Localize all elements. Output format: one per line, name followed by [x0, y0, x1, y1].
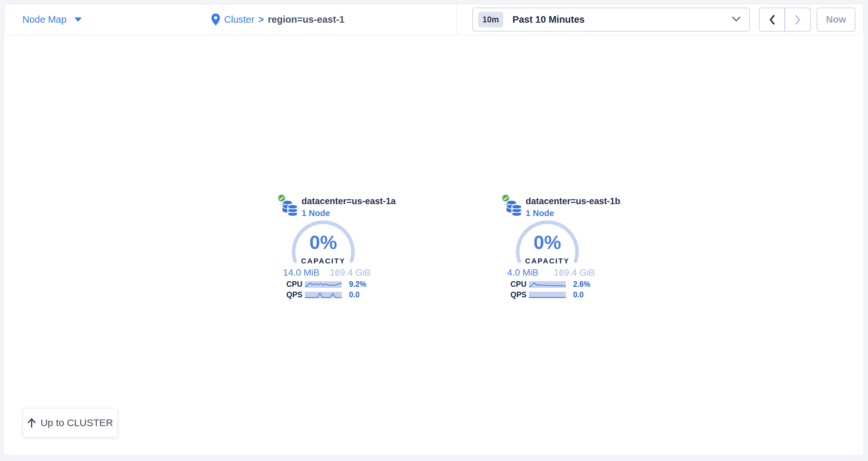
capacity-caption: CAPACITY	[289, 257, 358, 265]
breadcrumb-current: region=us-east-1	[268, 14, 345, 25]
breadcrumb: Cluster > region=us-east-1	[211, 4, 345, 35]
capacity-values: 4.0 MiB 169.4 GiB	[507, 267, 595, 278]
caret-down-icon	[74, 18, 82, 22]
healthy-check-icon	[501, 194, 510, 202]
locality-node-count: 1 Node	[526, 208, 554, 218]
toolbar: Node Map Cluster > region=us-east-1 10m …	[4, 4, 863, 35]
qps-value: 0.0	[573, 290, 584, 299]
time-nav-group	[759, 7, 811, 32]
chevron-right-icon	[794, 14, 802, 25]
healthy-check-icon	[277, 194, 286, 202]
locality-card-us-east-1a[interactable]: datacenter=us-east-1a 1 Node 0% CAPACITY…	[278, 194, 373, 302]
cpu-sparkline	[529, 281, 566, 288]
locality-node-count: 1 Node	[302, 208, 330, 218]
capacity-total: 169.4 GiB	[330, 267, 371, 278]
qps-sparkline	[305, 292, 342, 298]
locality-title: datacenter=us-east-1a	[302, 196, 396, 206]
arrow-up-icon	[27, 418, 36, 428]
time-range-label: Past 10 Minutes	[513, 14, 585, 25]
now-button-label: Now	[826, 14, 846, 25]
now-button[interactable]: Now	[816, 7, 856, 32]
time-range-badge: 10m	[478, 12, 503, 27]
capacity-values: 14.0 MiB 169.4 GiB	[283, 267, 371, 278]
capacity-percent: 0%	[289, 231, 358, 253]
cpu-metric-row: CPU 2.6%	[510, 280, 590, 289]
view-selector-dropdown[interactable]: Node Map	[23, 4, 82, 35]
cpu-value: 9.2%	[349, 280, 366, 289]
cpu-label: CPU	[286, 280, 305, 289]
cpu-sparkline	[305, 281, 342, 288]
node-map-canvas	[4, 17, 863, 455]
qps-sparkline	[529, 292, 566, 298]
time-next-button[interactable]	[785, 7, 811, 32]
capacity-percent: 0%	[513, 231, 582, 253]
breadcrumb-separator: >	[258, 14, 264, 25]
cpu-metric-row: CPU 9.2%	[286, 280, 366, 289]
qps-value: 0.0	[349, 290, 360, 299]
qps-metric-row: QPS 0.0	[510, 290, 584, 299]
capacity-caption: CAPACITY	[513, 257, 582, 265]
locality-card-us-east-1b[interactable]: datacenter=us-east-1b 1 Node 0% CAPACITY…	[502, 194, 597, 302]
locality-title: datacenter=us-east-1b	[526, 196, 620, 206]
location-pin-icon	[211, 13, 220, 26]
time-range-dropdown[interactable]: 10m Past 10 Minutes	[472, 7, 750, 32]
chevron-left-icon	[768, 14, 776, 25]
view-selector-label: Node Map	[23, 14, 67, 25]
cpu-value: 2.6%	[573, 280, 590, 289]
chevron-down-icon	[732, 17, 741, 23]
capacity-total: 169.4 GiB	[554, 267, 595, 278]
qps-label: QPS	[510, 290, 529, 299]
capacity-used: 14.0 MiB	[283, 267, 320, 278]
qps-label: QPS	[286, 290, 305, 299]
breadcrumb-cluster-link[interactable]: Cluster	[224, 14, 254, 25]
cpu-label: CPU	[510, 280, 529, 289]
up-to-cluster-button[interactable]: Up to CLUSTER	[23, 408, 118, 437]
time-prev-button[interactable]	[759, 7, 785, 32]
capacity-used: 4.0 MiB	[507, 267, 538, 278]
qps-metric-row: QPS 0.0	[286, 290, 360, 299]
up-to-cluster-label: Up to CLUSTER	[40, 417, 113, 428]
